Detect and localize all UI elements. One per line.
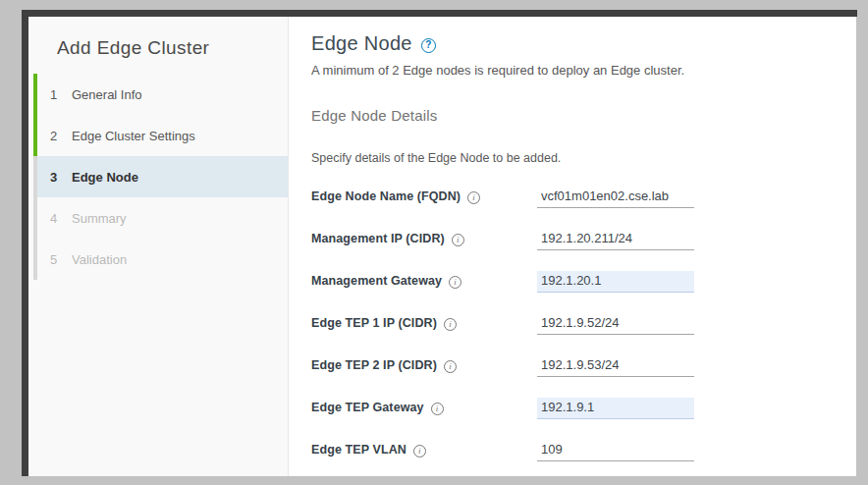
field-row-edge-tep-2-ip: Edge TEP 2 IP (CIDR) i [311,355,833,385]
field-row-management-gateway: Management Gateway i [311,271,833,300]
edge-tep-1-ip-input[interactable] [537,313,694,335]
add-edge-cluster-dialog: Add Edge Cluster 1 General Info 2 Edge C… [28,17,856,476]
edge-node-name-input[interactable] [537,187,694,208]
sidebar-step-summary[interactable]: 4 Summary [33,197,288,239]
management-gateway-input[interactable] [537,271,694,293]
section-title: Edge Node Details [311,107,833,124]
field-row-edge-tep-vlan: Edge TEP VLAN i [311,440,833,469]
section-subtitle: Specify details of the Edge Node to be a… [311,151,833,165]
help-icon[interactable]: ? [421,38,436,53]
field-label: Management Gateway [311,274,442,288]
edge-tep-gateway-input[interactable] [537,398,694,419]
wizard-steps: 1 General Info 2 Edge Cluster Settings 3… [28,74,288,280]
step-label: Summary [72,211,127,226]
step-label: Edge Node [72,170,138,185]
sidebar-step-edge-cluster-settings[interactable]: 2 Edge Cluster Settings [33,115,288,156]
window-frame-top [22,10,857,17]
info-icon[interactable]: i [413,445,426,458]
info-icon[interactable]: i [431,403,444,415]
field-row-management-ip: Management IP (CIDR) i [311,229,833,258]
wizard-sidebar: Add Edge Cluster 1 General Info 2 Edge C… [28,17,289,476]
info-icon[interactable]: i [467,191,480,204]
field-row-edge-node-name: Edge Node Name (FQDN) i [311,187,833,216]
sidebar-step-general-info[interactable]: 1 General Info [33,74,288,115]
dialog-title: Add Edge Cluster [57,37,288,59]
window-frame-left [22,10,28,476]
info-icon[interactable]: i [452,234,464,246]
field-label: Edge TEP Gateway [311,401,424,414]
step-number: 4 [50,211,64,226]
page-title: Edge Node [311,32,412,55]
info-icon[interactable]: i [444,360,457,373]
step-label: Edge Cluster Settings [72,129,195,143]
field-label: Edge TEP VLAN [311,443,407,457]
edge-tep-2-ip-input[interactable] [537,355,694,377]
field-row-edge-tep-1-ip: Edge TEP 1 IP (CIDR) i [311,313,833,343]
field-row-edge-tep-gateway: Edge TEP Gateway i [311,398,833,427]
step-number: 1 [50,87,64,102]
info-icon[interactable]: i [449,276,461,289]
edge-tep-vlan-input[interactable] [537,440,694,461]
field-label: Edge TEP 2 IP (CIDR) [311,358,437,372]
step-number: 2 [50,129,64,143]
step-number: 5 [50,252,64,267]
sidebar-step-edge-node[interactable]: 3 Edge Node [33,156,288,197]
info-icon[interactable]: i [444,318,457,331]
field-label: Management IP (CIDR) [311,232,445,245]
edge-node-form: Edge Node Name (FQDN) i Management IP (C… [311,187,833,469]
step-content-panel: Edge Node ? A minimum of 2 Edge nodes is… [289,17,856,476]
field-label: Edge TEP 1 IP (CIDR) [311,316,437,330]
management-ip-input[interactable] [537,229,694,250]
step-label: Validation [72,252,127,267]
sidebar-step-validation[interactable]: 5 Validation [33,239,288,280]
field-label: Edge Node Name (FQDN) [311,189,461,203]
page-description: A minimum of 2 Edge nodes is required to… [311,63,833,78]
step-label: General Info [72,87,142,102]
step-number: 3 [50,170,64,185]
